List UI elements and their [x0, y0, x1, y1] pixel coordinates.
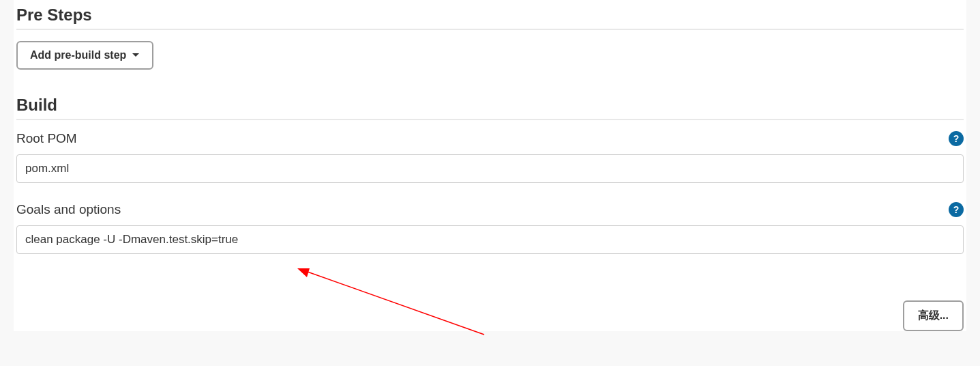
advanced-button[interactable]: 高级... [903, 300, 964, 331]
pre-steps-heading: Pre Steps [16, 0, 964, 30]
caret-down-icon [132, 53, 140, 58]
help-icon[interactable]: ? [949, 131, 964, 146]
goals-options-input[interactable] [16, 225, 964, 254]
add-pre-build-step-button[interactable]: Add pre-build step [16, 41, 153, 70]
add-pre-build-step-label: Add pre-build step [30, 49, 126, 61]
help-icon[interactable]: ? [949, 202, 964, 217]
root-pom-input[interactable] [16, 154, 964, 183]
build-heading: Build [16, 90, 964, 120]
root-pom-label: Root POM [16, 131, 77, 146]
goals-options-label: Goals and options [16, 202, 121, 217]
